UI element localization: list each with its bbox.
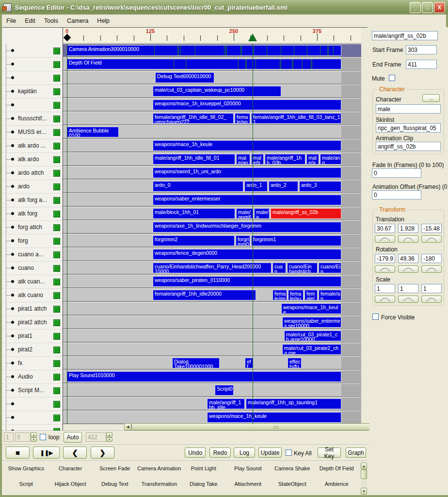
- tree-row-28[interactable]: [2, 411, 63, 425]
- timeline-track-row-6[interactable]: female/angriff_1hh_idle_fill_02_ umschau…: [63, 112, 361, 124]
- timeline-track-row-27[interactable]: male/angriff_1 hh_idlemale/angriff_1hh_s…: [63, 397, 361, 410]
- timeline-bar[interactable]: ardo_0: [153, 181, 243, 192]
- tool-attachment[interactable]: Attachment: [226, 479, 271, 494]
- scale-x-field[interactable]: [375, 284, 395, 293]
- timeline-bar[interactable]: male/angriff_1h h_03b: [265, 154, 305, 165]
- track-enabled-indicator[interactable]: [53, 238, 60, 245]
- timeline-track-row-22[interactable]: male/cut_03_pirate1_ch arge10000: [63, 329, 361, 342]
- tool-camera-animation[interactable]: Camera Animation: [137, 464, 182, 479]
- graph-button[interactable]: Graph: [346, 447, 366, 458]
- timeline-bar[interactable]: female/angriff_1hh_idle_fill_02_ umschau…: [153, 113, 234, 124]
- timeline-bar[interactable]: weapons/fence_degen0000: [153, 249, 341, 260]
- tree-row-1[interactable]: [2, 44, 63, 58]
- track-enabled-indicator[interactable]: [53, 48, 60, 54]
- timeline-track-row-19[interactable]: female/angriff_1hh_idle20000fema le/anfe…: [63, 288, 361, 301]
- timeline-track-row-24[interactable]: Dialog Take1000001000eff eceffec ts/fu: [63, 356, 361, 369]
- track-enabled-indicator[interactable]: [53, 279, 60, 285]
- track-enabled-indicator[interactable]: [53, 306, 60, 313]
- track-enabled-indicator[interactable]: [53, 183, 60, 190]
- pause-play-button[interactable]: ❚❚▶: [33, 447, 60, 459]
- track-enabled-indicator[interactable]: [53, 143, 60, 149]
- stop-button[interactable]: ■: [6, 447, 30, 459]
- timeline-bar[interactable]: male/cut_03_pirate2_cha rge: [282, 344, 341, 355]
- timeline-bar[interactable]: male/block_1hh_01: [153, 208, 235, 219]
- tool-debug-text[interactable]: Debug Text: [93, 479, 137, 494]
- tree-row-3[interactable]: [2, 71, 63, 85]
- timeline-bar[interactable]: cuano/Einhandstichwaffen_Parry_Head20000…: [153, 263, 272, 273]
- close-button[interactable]: X: [434, 2, 445, 13]
- track-enabled-indicator[interactable]: [53, 197, 60, 204]
- track-enabled-indicator[interactable]: [53, 251, 60, 258]
- timeline-track-row-7[interactable]: Ambience Bubble 0100: [63, 125, 361, 138]
- track-enabled-indicator[interactable]: [53, 374, 60, 381]
- timeline-bar[interactable]: male/cut_03_pirate1_ch arge10000: [284, 331, 341, 341]
- timeline-track-row-15[interactable]: forgrimm2forgri mm0forgrimm1: [63, 234, 361, 247]
- timeline-bar[interactable]: fema le/au: [288, 290, 304, 300]
- tool-dialog-take[interactable]: Dialog Take: [181, 479, 226, 494]
- sequence-start-marker[interactable]: [64, 34, 71, 42]
- timeline-bar[interactable]: Camera Animation3000010000: [67, 45, 341, 56]
- timeline-bar[interactable]: weapons/saber_piraten_0110000: [153, 276, 341, 287]
- timeline-track-row-23[interactable]: male/cut_03_pirate2_cha rge: [63, 343, 361, 355]
- timeline-bar[interactable]: eff ec: [245, 358, 253, 368]
- track-enabled-indicator[interactable]: [53, 211, 60, 217]
- tree-row-cuano-a[interactable]: cuano a...: [2, 248, 63, 262]
- timeline-track-row-9[interactable]: male/angriff_1hh_idle_fill_01mal e/anmal…: [63, 152, 361, 165]
- tree-row-atk-forg-a[interactable]: atk forg a...: [2, 193, 63, 207]
- timeline-track-row-26[interactable]: Script0: [63, 383, 361, 396]
- track-enabled-indicator[interactable]: [53, 129, 60, 136]
- key-all-checkbox[interactable]: [286, 449, 292, 456]
- menu-camera[interactable]: Camera: [63, 16, 93, 26]
- timeline-bar[interactable]: forgri mm0: [236, 235, 250, 246]
- timeline-track-row-10[interactable]: weapons/sword_1h_uni_ardo: [63, 166, 361, 179]
- timeline-bar[interactable]: female/angriff_1hh_idle_fill_03_tanz_1 1: [251, 113, 341, 124]
- scale-y-curve-button[interactable]: [398, 296, 418, 303]
- skinlist-field[interactable]: [376, 123, 441, 133]
- tree-row-atk-forg[interactable]: atk forg: [2, 207, 63, 221]
- timeline-track-row-3[interactable]: Debug Text6000010000: [63, 71, 361, 83]
- translation-z-field[interactable]: [421, 224, 442, 233]
- track-enabled-indicator[interactable]: [53, 224, 60, 231]
- track-enabled-indicator[interactable]: [53, 88, 60, 95]
- tool-ambience[interactable]: Ambience: [315, 479, 359, 494]
- tool-transformation[interactable]: Transformation: [137, 479, 182, 494]
- fade-in-field[interactable]: [372, 168, 421, 178]
- track-enabled-indicator[interactable]: [53, 156, 60, 163]
- timeline-bar[interactable]: male/ angrif: [236, 208, 253, 219]
- rotation-y-curve-button[interactable]: [398, 265, 418, 273]
- tree-row-29[interactable]: [2, 424, 63, 431]
- browse-character-button[interactable]: ...: [422, 94, 440, 102]
- rotation-x-field[interactable]: [375, 254, 395, 263]
- timeline-bar[interactable]: weapons/saber_entermes ser10000: [282, 317, 341, 328]
- animation-clip-field[interactable]: [376, 142, 441, 151]
- timeline-bar[interactable]: Script0: [215, 385, 234, 396]
- tool-hijack-object[interactable]: Hijack Object: [48, 479, 93, 494]
- timeline-bar[interactable]: mal e/an: [236, 154, 250, 165]
- timeline-track-row-2[interactable]: Depth Of Field: [63, 57, 361, 70]
- tree-row-2[interactable]: [2, 57, 63, 71]
- scale-z-curve-button[interactable]: [421, 296, 442, 303]
- scroll-left-icon[interactable]: ◀: [124, 423, 131, 431]
- timeline-bar[interactable]: female/an griff_1hh: [319, 290, 341, 300]
- track-enabled-indicator[interactable]: [53, 360, 60, 367]
- timeline-track-row-21[interactable]: weapons/saber_entermes ser10000: [63, 315, 361, 328]
- animation-offset-field[interactable]: [372, 190, 421, 199]
- playhead-marker[interactable]: [248, 33, 257, 41]
- start-frame-field[interactable]: [406, 45, 437, 54]
- undo-button[interactable]: Undo: [185, 447, 206, 458]
- track-enabled-indicator[interactable]: [53, 347, 60, 353]
- tool-depth-of-field[interactable]: Depth Of Field: [315, 464, 359, 479]
- timeline-bar[interactable]: ardo_1: [244, 181, 268, 192]
- timeline-bar[interactable]: male/cut_03_captain_wakeup_pc10000: [153, 86, 281, 97]
- tree-row-ardo[interactable]: ardo: [2, 180, 63, 194]
- timeline-bar[interactable]: Play Sound1010000: [67, 371, 341, 382]
- timeline-track-row-28[interactable]: weapons/mace_1h_keule: [63, 411, 361, 423]
- log-button[interactable]: Log: [234, 447, 255, 458]
- timeline-track-row-8[interactable]: weapons/mace_1h_keule: [63, 139, 361, 151]
- tree-row-forg-attch[interactable]: forg attch: [2, 220, 63, 234]
- scroll-up-icon[interactable]: ▲: [361, 463, 367, 469]
- timeline-track-row-14[interactable]: weapons/axe_1h_lindwurmschlaeger_forgrim…: [63, 220, 361, 233]
- rotation-x-curve-button[interactable]: [375, 265, 395, 273]
- scale-y-field[interactable]: [398, 284, 418, 293]
- timeline-bar[interactable]: male/ang riff_1hh_i: [320, 154, 341, 165]
